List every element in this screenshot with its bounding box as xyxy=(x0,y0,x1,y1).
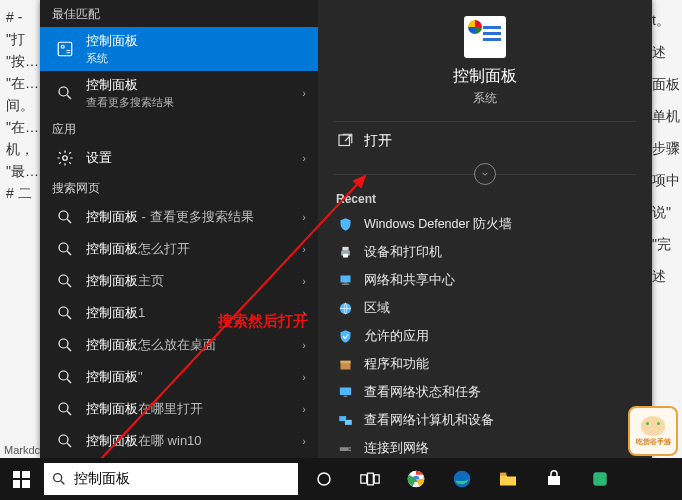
recent-item[interactable]: 网络和共享中心 xyxy=(318,266,652,294)
taskbar-explorer[interactable] xyxy=(486,458,530,500)
taskbar-store[interactable] xyxy=(532,458,576,500)
result-subtitle: 查看更多搜索结果 xyxy=(86,95,296,110)
result-title: 控制面板在哪里打开 xyxy=(86,400,296,418)
svg-rect-26 xyxy=(344,419,351,424)
taskbar-taskview[interactable] xyxy=(348,458,392,500)
watermark-mascot: 吃货谷手游 xyxy=(628,406,678,456)
open-icon xyxy=(336,132,354,150)
result-title: 控制面板怎么放在桌面 xyxy=(86,336,296,354)
svg-rect-37 xyxy=(500,473,506,476)
search-icon xyxy=(54,82,76,104)
svg-point-1 xyxy=(61,45,64,48)
editor-statusbar: Markdc xyxy=(0,442,44,458)
recent-label: 程序和功能 xyxy=(364,356,429,373)
search-icon xyxy=(54,302,76,324)
chevron-right-icon: › xyxy=(302,211,306,223)
taskbar-chrome[interactable] xyxy=(394,458,438,500)
recent-label: 网络和共享中心 xyxy=(364,272,455,289)
result-control-panel-app[interactable]: 控制面板 系统 xyxy=(40,27,318,71)
section-web: 搜索网页 xyxy=(40,174,318,201)
web-result[interactable]: 控制面板怎么放在桌面› xyxy=(40,329,318,361)
chevron-down-icon xyxy=(480,169,490,179)
start-button[interactable] xyxy=(0,458,42,500)
search-input[interactable] xyxy=(74,471,298,487)
computers-icon xyxy=(336,411,354,429)
chevron-right-icon: › xyxy=(302,371,306,383)
taskbar-edge[interactable] xyxy=(440,458,484,500)
svg-rect-16 xyxy=(343,253,348,257)
chevron-right-icon: › xyxy=(302,403,306,415)
svg-point-2 xyxy=(59,87,68,96)
svg-rect-19 xyxy=(341,283,349,284)
web-result[interactable]: 控制面板在哪 win10› xyxy=(40,425,318,457)
svg-point-11 xyxy=(59,435,68,444)
svg-point-4 xyxy=(59,211,68,220)
printer-icon xyxy=(336,243,354,261)
web-result[interactable]: 控制面板在哪里打开› xyxy=(40,393,318,425)
svg-point-5 xyxy=(59,243,68,252)
chevron-right-icon: › xyxy=(302,339,306,351)
bg-right-text: t。述面板单机步骤项中说""完述 xyxy=(652,4,680,292)
result-see-more[interactable]: 控制面板 查看更多搜索结果 › xyxy=(40,71,318,115)
svg-point-9 xyxy=(59,371,68,380)
detail-title: 控制面板 xyxy=(318,66,652,87)
plug-icon xyxy=(336,439,354,457)
windows-logo-icon xyxy=(13,471,30,488)
svg-rect-17 xyxy=(340,275,350,282)
taskbar-app[interactable] xyxy=(578,458,622,500)
section-apps: 应用 xyxy=(40,115,318,142)
web-result[interactable]: 控制面板1› xyxy=(40,297,318,329)
recent-item[interactable]: 允许的应用 xyxy=(318,322,652,350)
result-title: 控制面板在哪 win10 xyxy=(86,432,296,450)
svg-point-8 xyxy=(59,339,68,348)
web-result[interactable]: 控制面板主页› xyxy=(40,265,318,297)
taskbar-search[interactable] xyxy=(44,463,298,495)
result-title: 设置 xyxy=(86,149,296,167)
shield-icon xyxy=(336,215,354,233)
result-subtitle: 系统 xyxy=(86,51,306,66)
result-title: 控制面板 xyxy=(86,76,296,94)
svg-rect-27 xyxy=(339,447,348,451)
expand-button[interactable] xyxy=(474,163,496,185)
recent-label: 连接到网络 xyxy=(364,440,429,457)
svg-point-29 xyxy=(54,474,62,482)
result-title: 控制面板1 xyxy=(86,304,296,322)
recent-item[interactable]: 程序和功能 xyxy=(318,350,652,378)
chevron-right-icon: › xyxy=(302,307,306,319)
web-result[interactable]: 控制面板怎么打开› xyxy=(40,233,318,265)
search-icon xyxy=(54,270,76,292)
svg-rect-13 xyxy=(339,135,350,146)
search-icon xyxy=(54,366,76,388)
detail-subtitle: 系统 xyxy=(318,90,652,107)
svg-point-3 xyxy=(63,156,68,161)
expand-separator xyxy=(318,164,652,184)
svg-point-30 xyxy=(318,473,330,485)
recent-item[interactable]: 查看网络状态和任务 xyxy=(318,378,652,406)
search-icon xyxy=(54,238,76,260)
result-title: 控制面板 xyxy=(86,32,306,50)
result-title: 控制面板怎么打开 xyxy=(86,240,296,258)
svg-point-7 xyxy=(59,307,68,316)
svg-rect-31 xyxy=(361,475,367,483)
recent-item[interactable]: 区域 xyxy=(318,294,652,322)
search-icon xyxy=(44,471,74,487)
result-title: 控制面板" xyxy=(86,368,296,386)
chevron-right-icon: › xyxy=(302,275,306,287)
chevron-right-icon: › xyxy=(302,87,306,99)
recent-item[interactable]: Windows Defender 防火墙 xyxy=(318,210,652,238)
taskbar-cortana[interactable] xyxy=(302,458,346,500)
network-icon xyxy=(336,271,354,289)
result-title: 控制面板主页 xyxy=(86,272,296,290)
recent-item[interactable]: 查看网络计算机和设备 xyxy=(318,406,652,434)
open-action[interactable]: 打开 xyxy=(318,122,652,160)
recent-label: Windows Defender 防火墙 xyxy=(364,216,512,233)
recent-item[interactable]: 设备和打印机 xyxy=(318,238,652,266)
result-settings-app[interactable]: 设置 › xyxy=(40,142,318,174)
web-result[interactable]: 控制面板"› xyxy=(40,361,318,393)
search-icon xyxy=(54,206,76,228)
search-results-pane: 最佳匹配 控制面板 系统 控制面板 查看更多搜索结果 › 应用 xyxy=(40,0,318,458)
open-label: 打开 xyxy=(364,132,392,150)
recent-item[interactable]: 连接到网络 xyxy=(318,434,652,458)
web-result[interactable]: 控制面板 - 查看更多搜索结果› xyxy=(40,201,318,233)
bg-left-text: # -"打"按…"在…间。"在…机，"最…# 二 xyxy=(2,0,43,210)
